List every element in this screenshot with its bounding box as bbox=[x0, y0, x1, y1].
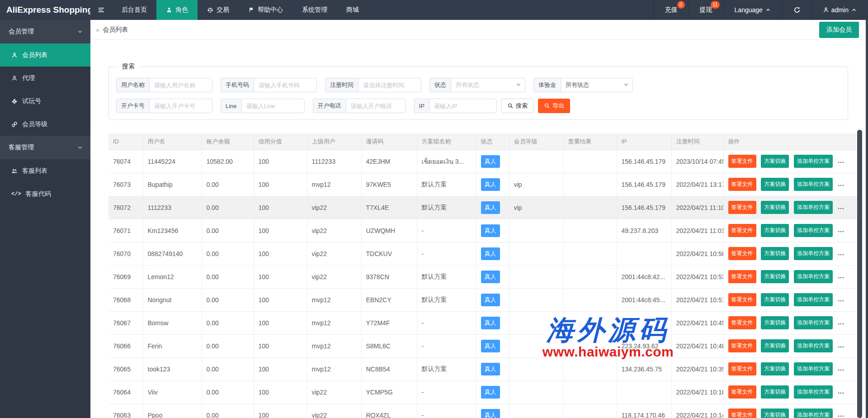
sidebar-item-agent[interactable]: 代理 bbox=[0, 66, 90, 90]
more-actions-button[interactable]: ... bbox=[838, 411, 844, 418]
sign-file-button[interactable]: 签署文件 bbox=[728, 224, 756, 237]
add-control-plan-button[interactable]: 添加单控方案 bbox=[794, 339, 833, 352]
status-badge[interactable]: 真人 bbox=[481, 247, 500, 260]
plan-switch-button[interactable]: 方案切换 bbox=[761, 339, 789, 352]
table-scrollbar[interactable] bbox=[857, 130, 862, 418]
trial-fund-select[interactable]: 所有状态 bbox=[561, 78, 633, 92]
sidebar-item-service-code[interactable]: </> 客服代码 bbox=[0, 182, 90, 205]
more-actions-button[interactable]: ... bbox=[838, 388, 844, 395]
status-badge[interactable]: 真人 bbox=[481, 201, 500, 214]
page-scrollbar[interactable] bbox=[866, 20, 868, 418]
username-input[interactable] bbox=[149, 78, 212, 92]
more-actions-button[interactable]: ... bbox=[838, 365, 844, 372]
cell-id: 76074 bbox=[108, 150, 143, 173]
sidebar-group-member-management[interactable]: 会员管理 bbox=[0, 20, 90, 43]
export-button[interactable]: 导出 bbox=[538, 99, 570, 113]
user-menu[interactable]: admin bbox=[811, 0, 868, 20]
add-control-plan-button[interactable]: 添加单控方案 bbox=[794, 247, 833, 260]
sign-file-button[interactable]: 签署文件 bbox=[728, 385, 756, 399]
sidebar-group-service-management[interactable]: 客服管理 bbox=[0, 136, 90, 159]
nav-item-trade[interactable]: 交易 bbox=[198, 0, 239, 20]
plan-switch-button[interactable]: 方案切换 bbox=[761, 155, 789, 168]
hamburger-icon[interactable] bbox=[90, 0, 112, 20]
status-select[interactable]: 所有状态 bbox=[451, 78, 525, 92]
ip-input[interactable] bbox=[429, 99, 497, 113]
more-actions-button[interactable]: ... bbox=[838, 272, 844, 280]
add-control-plan-button[interactable]: 添加单控方案 bbox=[794, 201, 833, 214]
line-input[interactable] bbox=[241, 99, 305, 113]
register-time-input[interactable] bbox=[358, 78, 421, 92]
sidebar-group-label: 会员管理 bbox=[9, 28, 34, 36]
status-badge[interactable]: 真人 bbox=[481, 155, 500, 168]
status-badge[interactable]: 真人 bbox=[481, 386, 500, 399]
plan-switch-button[interactable]: 方案切换 bbox=[761, 247, 789, 260]
field-label: 体验金 bbox=[533, 78, 561, 92]
nav-item-help[interactable]: 帮助中心 bbox=[239, 0, 292, 20]
plan-switch-button[interactable]: 方案切换 bbox=[761, 362, 789, 375]
more-actions-button[interactable]: ... bbox=[838, 180, 844, 187]
more-actions-button[interactable]: ... bbox=[838, 157, 844, 164]
more-actions-button[interactable]: ... bbox=[838, 318, 844, 326]
plan-switch-button[interactable]: 方案切换 bbox=[761, 385, 789, 399]
nav-item-dashboard[interactable]: 后台首页 bbox=[112, 0, 156, 20]
add-control-plan-button[interactable]: 添加单控方案 bbox=[794, 224, 833, 237]
status-badge[interactable]: 真人 bbox=[481, 224, 500, 237]
add-control-plan-button[interactable]: 添加单控方案 bbox=[794, 362, 833, 375]
refresh-button[interactable] bbox=[782, 0, 811, 20]
status-badge[interactable]: 真人 bbox=[481, 363, 500, 375]
field-label: 注册时间 bbox=[325, 78, 358, 92]
language-dropdown[interactable]: Language bbox=[723, 0, 782, 20]
recharge-button[interactable]: 充值 0 bbox=[654, 0, 689, 20]
search-button[interactable]: 搜索 bbox=[501, 99, 533, 113]
status-badge[interactable]: 真人 bbox=[481, 340, 500, 352]
sign-file-button[interactable]: 签署文件 bbox=[728, 408, 756, 418]
more-actions-button[interactable]: ... bbox=[838, 249, 844, 256]
card-number-input[interactable] bbox=[149, 99, 212, 113]
add-control-plan-button[interactable]: 添加单控方案 bbox=[794, 178, 833, 191]
withdraw-button[interactable]: 提现 11 bbox=[689, 0, 723, 20]
sidebar-item-demo-account[interactable]: 试玩号 bbox=[0, 90, 90, 113]
more-actions-button[interactable]: ... bbox=[838, 295, 844, 303]
status-badge[interactable]: 真人 bbox=[481, 271, 500, 283]
more-actions-button[interactable]: ... bbox=[838, 226, 844, 233]
status-badge[interactable]: 真人 bbox=[481, 409, 500, 418]
plan-switch-button[interactable]: 方案切换 bbox=[761, 178, 789, 191]
plan-switch-button[interactable]: 方案切换 bbox=[761, 270, 789, 283]
add-control-plan-button[interactable]: 添加单控方案 bbox=[794, 293, 833, 306]
sidebar-item-member-list[interactable]: 会员列表 bbox=[0, 43, 90, 66]
more-actions-button[interactable]: ... bbox=[838, 342, 844, 349]
add-control-plan-button[interactable]: 添加单控方案 bbox=[794, 155, 833, 168]
sign-file-button[interactable]: 签署文件 bbox=[728, 270, 756, 283]
nav-item-system[interactable]: 系统管理 bbox=[292, 0, 337, 20]
status-badge[interactable]: 真人 bbox=[481, 294, 500, 306]
sign-file-button[interactable]: 签署文件 bbox=[728, 155, 756, 168]
sidebar-item-service-list[interactable]: 客服列表 bbox=[0, 159, 90, 182]
plan-switch-button[interactable]: 方案切换 bbox=[761, 316, 789, 329]
nav-item-role[interactable]: 角色 bbox=[156, 0, 198, 20]
cell-register-time: 2022/04/21 13:17 bbox=[671, 173, 723, 196]
add-control-plan-button[interactable]: 添加单控方案 bbox=[794, 385, 833, 399]
sign-file-button[interactable]: 签署文件 bbox=[728, 339, 756, 352]
sign-file-button[interactable]: 签署文件 bbox=[728, 178, 756, 191]
plan-switch-button[interactable]: 方案切换 bbox=[761, 408, 789, 418]
add-control-plan-button[interactable]: 添加单控方案 bbox=[794, 408, 833, 418]
add-control-plan-button[interactable]: 添加单控方案 bbox=[794, 270, 833, 283]
phone-input[interactable] bbox=[254, 78, 317, 92]
plan-switch-button[interactable]: 方案切换 bbox=[761, 293, 789, 306]
plan-switch-button[interactable]: 方案切换 bbox=[761, 201, 789, 214]
sign-file-button[interactable]: 签署文件 bbox=[728, 201, 756, 214]
sign-file-button[interactable]: 签署文件 bbox=[728, 293, 756, 306]
cell-level bbox=[509, 288, 563, 311]
account-phone-input[interactable] bbox=[346, 99, 406, 113]
sign-file-button[interactable]: 签署文件 bbox=[728, 247, 756, 260]
more-actions-button[interactable]: ... bbox=[838, 203, 844, 210]
add-member-button[interactable]: 添加会员 bbox=[819, 22, 859, 38]
sign-file-button[interactable]: 签署文件 bbox=[728, 316, 756, 329]
plan-switch-button[interactable]: 方案切换 bbox=[761, 224, 789, 237]
status-badge[interactable]: 真人 bbox=[481, 317, 500, 329]
add-control-plan-button[interactable]: 添加单控方案 bbox=[794, 316, 833, 329]
nav-item-mall[interactable]: 商城 bbox=[337, 0, 368, 20]
sidebar-item-member-level[interactable]: 会员等级 bbox=[0, 113, 90, 136]
status-badge[interactable]: 真人 bbox=[481, 178, 500, 191]
sign-file-button[interactable]: 签署文件 bbox=[728, 362, 756, 375]
